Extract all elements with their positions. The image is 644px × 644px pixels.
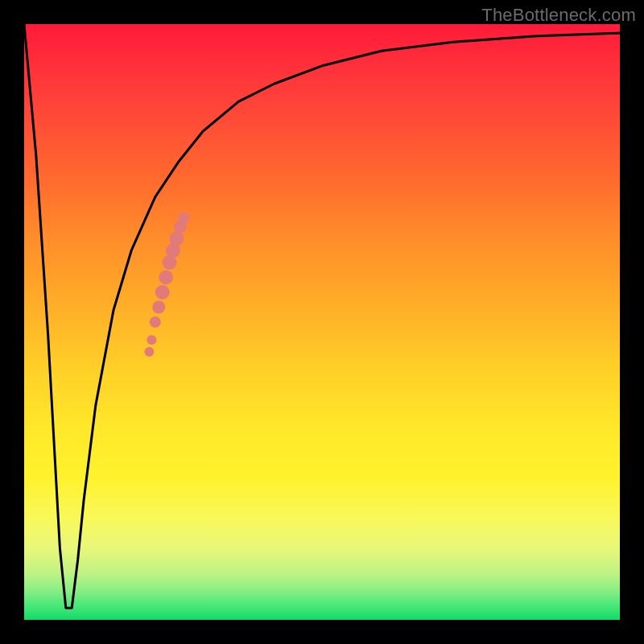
- plot-area: [24, 24, 620, 620]
- highlight-point: [155, 285, 170, 299]
- highlight-point: [163, 255, 177, 270]
- highlight-point: [159, 270, 173, 285]
- highlight-point: [150, 316, 161, 328]
- highlight-point: [178, 213, 189, 224]
- highlight-cluster: [144, 213, 189, 357]
- highlight-point: [166, 243, 180, 258]
- watermark-text: TheBottleneck.com: [481, 5, 636, 26]
- chart-frame: TheBottleneck.com: [0, 0, 644, 644]
- highlight-point: [147, 335, 156, 345]
- highlight-point: [174, 221, 187, 233]
- highlight-point: [152, 301, 165, 314]
- bottleneck-curve: [24, 24, 620, 608]
- chart-svg: [24, 24, 620, 620]
- highlight-point: [144, 347, 154, 357]
- highlight-point: [169, 231, 184, 246]
